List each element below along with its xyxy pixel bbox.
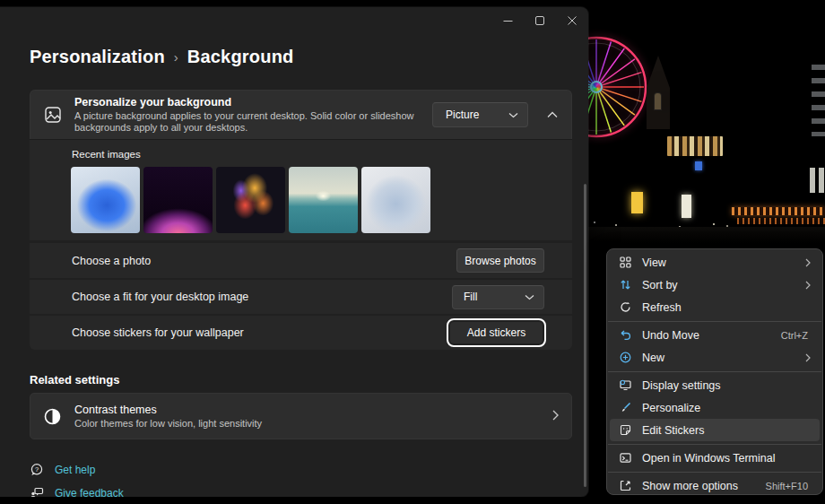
screenshot-root: Personalization › Background Personalize…	[0, 0, 825, 504]
breadcrumb: Personalization › Background	[30, 47, 294, 67]
mid-building-windows	[810, 168, 825, 193]
submenu-chevron-icon	[805, 353, 811, 362]
close-button[interactable]	[556, 7, 588, 34]
submenu-chevron-icon	[805, 258, 811, 267]
sticker-icon	[619, 424, 631, 437]
shortcut-label: Ctrl+Z	[781, 330, 808, 341]
picture-icon	[44, 106, 62, 124]
contrast-themes-title: Contrast themes	[74, 404, 262, 416]
give-feedback-link[interactable]: Give feedback	[30, 486, 124, 497]
fit-dropdown[interactable]: Fill	[452, 285, 544, 309]
street-lamps	[594, 222, 595, 223]
personalize-background-card[interactable]: Personalize your background A picture ba…	[30, 90, 572, 139]
display-settings-icon	[619, 379, 631, 392]
recent-images-label: Recent images	[72, 149, 141, 160]
menu-separator	[608, 472, 821, 473]
menu-item-personalize[interactable]: Personalize	[610, 396, 820, 419]
menu-separator	[608, 444, 821, 445]
settings-window: Personalization › Background Personalize…	[0, 7, 588, 497]
menu-item-undo-move[interactable]: Undo Move Ctrl+Z	[610, 324, 820, 346]
refresh-icon	[619, 301, 631, 314]
string-lights	[732, 207, 825, 215]
shortcut-label: Shift+F10	[766, 481, 808, 491]
choose-photo-label: Choose a photo	[72, 255, 456, 267]
feedback-icon	[30, 486, 44, 497]
svg-text:?: ?	[35, 465, 39, 474]
blue-lit-window	[695, 161, 702, 170]
white-lit-window	[682, 195, 691, 218]
add-stickers-button[interactable]: Add stickers	[450, 322, 543, 343]
breadcrumb-personalization[interactable]: Personalization	[30, 47, 165, 67]
menu-item-edit-stickers[interactable]: Edit Stickers	[610, 419, 820, 441]
related-settings-heading: Related settings	[30, 373, 119, 387]
choose-fit-label: Choose a fit for your desktop image	[72, 291, 452, 303]
card-description: A picture background applies to your cur…	[74, 110, 432, 135]
vertical-scrollbar[interactable]	[584, 184, 586, 487]
chevron-right-icon	[552, 408, 559, 424]
church-tower-silhouette	[647, 56, 671, 127]
submenu-chevron-icon	[805, 281, 811, 290]
choose-photo-row: Choose a photo Browse photos	[30, 243, 572, 278]
show-more-icon	[619, 480, 631, 492]
menu-item-refresh[interactable]: Refresh	[610, 296, 820, 318]
choose-fit-row: Choose a fit for your desktop image Fill	[30, 280, 572, 314]
menu-item-new[interactable]: New	[610, 346, 820, 369]
recent-image-abstract-flower[interactable]	[216, 167, 285, 233]
fit-value: Fill	[464, 291, 477, 303]
menu-separator	[608, 371, 821, 372]
choose-stickers-row: Choose stickers for your wallpaper Add s…	[30, 316, 572, 350]
menu-item-sort-by[interactable]: Sort by	[610, 274, 820, 296]
chevron-down-icon	[508, 112, 518, 118]
contrast-icon	[44, 408, 61, 425]
terminal-icon	[619, 452, 631, 465]
menu-item-view[interactable]: View	[610, 251, 820, 274]
sort-icon	[619, 279, 631, 291]
highrise-windows	[812, 65, 825, 136]
give-feedback-label: Give feedback	[55, 487, 124, 497]
page-title: Background	[187, 47, 294, 67]
chevron-up-icon	[547, 111, 558, 118]
lit-building-windows	[667, 136, 723, 156]
screen-bottom-edge	[0, 497, 825, 504]
choose-stickers-label: Choose stickers for your wallpaper	[72, 326, 447, 339]
recent-image-bloom-light[interactable]	[361, 167, 430, 233]
help-bubble-icon: ?	[30, 463, 44, 477]
desktop-context-menu: View Sort by Refresh	[606, 248, 823, 495]
undo-icon	[619, 329, 631, 342]
collapse-expander-button[interactable]	[541, 103, 564, 126]
browse-photos-button[interactable]: Browse photos	[456, 248, 544, 273]
breadcrumb-separator: ›	[174, 49, 178, 65]
menu-item-open-terminal[interactable]: Open in Windows Terminal	[610, 447, 820, 469]
card-title: Personalize your background	[74, 96, 432, 109]
personalize-brush-icon	[619, 402, 631, 414]
new-item-icon	[619, 352, 631, 364]
add-stickers-focus-ring: Add stickers	[447, 318, 546, 347]
menu-separator	[608, 321, 821, 322]
yellow-lit-sign	[631, 192, 643, 213]
string-lights-lower	[737, 218, 825, 224]
ground-silhouette	[587, 227, 825, 245]
recent-image-river-sunrise[interactable]	[289, 167, 358, 233]
window-caption-buttons	[491, 7, 588, 34]
background-type-value: Picture	[446, 109, 479, 121]
recent-images-list	[71, 167, 430, 233]
recent-images-section: Recent images	[30, 139, 572, 240]
recent-image-windows-bloom-blue[interactable]	[71, 167, 140, 233]
get-help-label: Get help	[55, 464, 95, 476]
menu-item-display-settings[interactable]: Display settings	[610, 374, 820, 396]
minimize-button[interactable]	[491, 7, 524, 34]
get-help-link[interactable]: ? Get help	[30, 463, 95, 477]
recent-image-purple-glow[interactable]	[143, 167, 213, 233]
menu-item-show-more-options[interactable]: Show more options Shift+F10	[610, 474, 820, 495]
maximize-button[interactable]	[524, 7, 556, 34]
chevron-down-icon	[525, 294, 534, 300]
contrast-themes-description: Color themes for low vision, light sensi…	[74, 418, 262, 429]
contrast-themes-card[interactable]: Contrast themes Color themes for low vis…	[30, 393, 572, 439]
grid-view-icon	[619, 256, 631, 269]
background-type-dropdown[interactable]: Picture	[432, 102, 528, 127]
